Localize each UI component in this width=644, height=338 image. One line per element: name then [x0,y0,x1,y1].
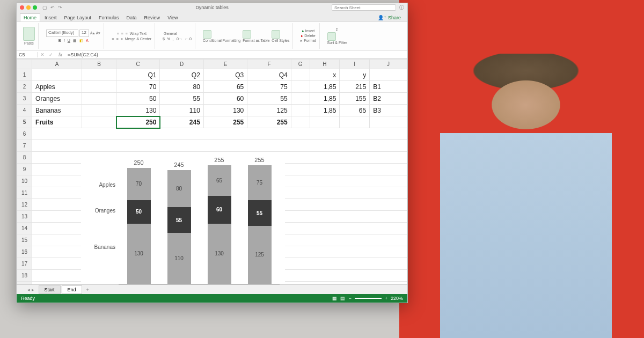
currency-icon[interactable]: $ [163,37,165,41]
tab-data[interactable]: Data [123,14,140,21]
view-layout-icon[interactable]: ▤ [340,296,345,301]
redo-icon[interactable]: ↷ [58,5,62,10]
row-2: 2 Apples 7080 6575 1,85215 B1 [17,81,407,93]
insert-cells-button[interactable]: ▸ Insert [302,29,314,33]
sheet-tab-end[interactable]: End [62,285,82,294]
comma-icon[interactable]: , [172,37,173,41]
bold-icon[interactable]: B [58,39,61,42]
zoom-slider[interactable] [355,298,382,299]
merge-button[interactable]: Merge & Center [125,37,151,41]
wrap-text-button[interactable]: Wrap Text [130,32,147,35]
italic-icon[interactable]: I [64,39,65,42]
number-format-select[interactable]: General [164,32,191,35]
decimal-inc-icon[interactable]: .0→ [175,37,182,41]
selected-cell[interactable]: 250 [116,116,160,128]
chart-bar-Q1: 2458055110Q1 [166,161,193,284]
bar-segment: 55 [248,200,272,226]
cell-styles-icon[interactable] [272,30,280,39]
undo-icon[interactable]: ↶ [50,5,55,10]
col-J[interactable]: J [370,60,407,69]
minimize-icon[interactable] [26,5,31,10]
bar-segment: 65 [208,165,231,195]
sheet-nav-icon[interactable]: ◂ ▸ [27,287,34,292]
cells-group: ▸ Insert ▸ Delete ▸ Format [297,23,319,49]
tab-formulas[interactable]: Formulas [96,14,122,21]
decimal-dec-icon[interactable]: ←.0 [185,37,192,41]
bar-segment: 70 [127,168,151,201]
format-as-table-icon[interactable] [243,30,251,39]
tab-insert[interactable]: Insert [41,14,60,21]
bar-segment: 50 [127,200,151,223]
save-icon[interactable]: ▢ [42,5,47,10]
maximize-icon[interactable] [33,5,37,10]
align-top-icon[interactable]: ≡ [116,32,119,35]
align-center-icon[interactable]: ≡ [116,37,118,41]
fill-icon[interactable]: ◧ [79,39,83,43]
search-input[interactable] [332,4,396,11]
conditional-formatting-icon[interactable] [203,30,211,39]
name-box[interactable]: C5 [17,52,38,57]
clipboard-group: Paste [20,23,39,49]
series-label-apples: Apples [99,182,115,188]
decrease-font-icon[interactable]: A▾ [96,31,101,35]
col-B[interactable]: B [82,60,116,69]
increase-font-icon[interactable]: A▴ [90,31,95,35]
window-controls[interactable] [20,5,37,10]
help-icon[interactable]: ⓘ [399,4,404,11]
enter-icon[interactable]: ✓ [47,52,55,57]
tab-page-layout[interactable]: Page Layout [61,14,95,21]
zoom-controls[interactable]: ▦ ▤ − + 220% [332,296,403,301]
align-right-icon[interactable]: ≡ [121,37,123,41]
col-F[interactable]: F [247,60,291,69]
percent-icon[interactable]: % [167,37,170,41]
underline-icon[interactable]: U [68,39,70,42]
view-normal-icon[interactable]: ▦ [332,296,337,301]
share-button[interactable]: 👤⁺ Share [375,14,404,21]
align-mid-icon[interactable]: ≡ [121,32,123,35]
font-name-select[interactable]: Calibri (Body) [46,30,78,37]
chart-bar-Q2: 2507050130Q2 [126,159,152,284]
zoom-level: 220% [391,296,403,301]
paste-label: Paste [24,41,34,45]
paste-icon[interactable] [23,27,35,41]
close-icon[interactable] [20,5,24,10]
font-size-select[interactable]: 12 [79,30,89,37]
delete-cells-button[interactable]: ▸ Delete [301,34,315,38]
quick-access-toolbar[interactable]: ▢ ↶ ↷ [42,5,62,10]
tab-review[interactable]: Review [141,14,164,21]
align-left-icon[interactable]: ≡ [112,37,114,41]
status-bar: Ready ▦ ▤ − + 220% [17,294,407,303]
zoom-out-icon[interactable]: − [348,296,351,301]
add-sheet-button[interactable]: + [83,286,92,293]
embedded-chart[interactable]: Apples Oranges Bananas 2507050130Q224580… [81,158,285,284]
row-5: 5 Fruits 250 245 255255 [17,116,407,128]
col-E[interactable]: E [203,60,247,69]
tab-view[interactable]: View [164,14,181,21]
editing-group: Σ Sort & Filter [324,23,350,49]
worksheet-grid[interactable]: A B C D E F G H I J 1 Q1Q2 Q3Q4 xy 2 App… [17,59,407,284]
chart-plot-area: 2507050130Q22458055110Q12556560130Q32557… [119,164,280,284]
font-color-icon[interactable]: A [86,39,89,42]
col-G[interactable]: G [291,60,310,69]
col-A[interactable]: A [32,60,82,69]
fx-icon[interactable]: fx [55,52,65,57]
formula-input[interactable]: =SUM(C2:C4) [65,52,100,57]
ribbon-tabs: Home Insert Page Layout Formulas Data Re… [17,12,407,21]
align-bot-icon[interactable]: ≡ [126,32,128,35]
autosum-icon[interactable]: Σ [336,28,338,32]
col-H[interactable]: H [310,60,340,69]
bar-segment: 130 [208,224,231,284]
col-I[interactable]: I [340,60,370,69]
border-icon[interactable]: ▦ [73,39,77,43]
sheet-tab-start[interactable]: Start [39,285,61,294]
cancel-icon[interactable]: ✕ [38,52,47,57]
tab-home[interactable]: Home [20,13,40,21]
col-D[interactable]: D [160,60,203,69]
col-C[interactable]: C [116,60,160,69]
alignment-group: ≡ ≡ ≡ Wrap Text ≡ ≡ ≡ Merge & Center [108,23,155,49]
presenter-figure [440,54,612,338]
format-cells-button[interactable]: ▸ Format [301,39,316,43]
sort-filter-icon[interactable] [327,32,336,41]
column-headers[interactable]: A B C D E F G H I J [17,60,407,69]
zoom-in-icon[interactable]: + [385,296,387,301]
